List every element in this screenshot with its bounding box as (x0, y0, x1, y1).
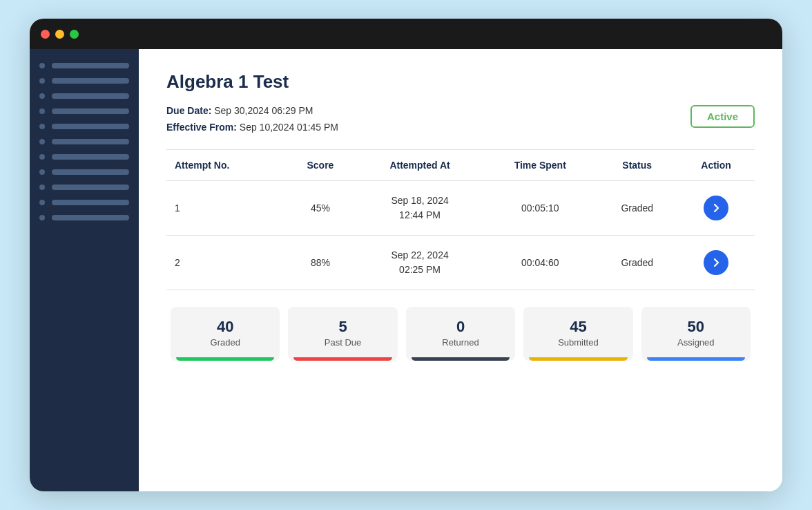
cell-status: Graded (597, 236, 677, 290)
stat-label: Graded (176, 337, 274, 348)
cell-attempted-at: Sep 22, 202402:25 PM (356, 236, 483, 290)
cell-attempt-no: 2 (166, 236, 284, 290)
stat-card-returned: 0 Returned (406, 307, 515, 361)
sidebar-dot (39, 154, 45, 160)
stat-number: 0 (412, 318, 510, 336)
sidebar-item[interactable] (39, 124, 129, 129)
cell-action (677, 181, 755, 236)
sidebar-item[interactable] (39, 215, 129, 220)
stat-bar (529, 357, 627, 361)
sidebar-line (52, 139, 129, 144)
effective-from-row: Effective From: Sep 10,2024 01:45 PM (166, 122, 338, 133)
cell-score: 88% (284, 236, 356, 290)
col-status: Status (597, 150, 677, 181)
stat-card-submitted: 45 Submitted (523, 307, 632, 361)
stat-bar (176, 357, 274, 361)
sidebar-item[interactable] (39, 78, 129, 84)
sidebar-line (52, 185, 129, 190)
sidebar-item[interactable] (39, 93, 129, 99)
stat-number: 45 (529, 318, 627, 336)
sidebar-dot (39, 215, 45, 220)
content-area: Algebra 1 Test Due Date: Sep 30,2024 06:… (139, 49, 782, 491)
sidebar-item[interactable] (39, 154, 129, 160)
sidebar-line (52, 200, 129, 205)
sidebar-line (52, 63, 129, 68)
sidebar-line (52, 169, 129, 175)
stat-label: Submitted (529, 337, 627, 348)
sidebar-dot (39, 108, 45, 114)
sidebar-dot (39, 139, 45, 144)
sidebar-item[interactable] (39, 200, 129, 205)
sidebar-line (52, 78, 129, 84)
minimize-dot[interactable] (55, 30, 64, 39)
stat-number: 40 (176, 318, 274, 336)
sidebar-item[interactable] (39, 63, 129, 68)
col-attempt-no: Attempt No. (166, 150, 284, 181)
meta-section: Due Date: Sep 30,2024 06:29 PM Effective… (166, 105, 755, 133)
stat-card-assigned: 50 Assigned (641, 307, 751, 361)
sidebar-line (52, 154, 129, 160)
stat-bar (412, 357, 510, 361)
action-button-2[interactable] (704, 250, 728, 275)
close-dot[interactable] (41, 30, 50, 39)
stat-bar (293, 357, 392, 361)
col-action: Action (677, 150, 755, 181)
due-date-row: Due Date: Sep 30,2024 06:29 PM (166, 105, 338, 116)
attempts-table: Attempt No. Score Attempted At Time Spen… (166, 150, 755, 290)
stat-card-past-due: 5 Past Due (288, 307, 397, 361)
cell-action (677, 236, 755, 290)
main-layout: Algebra 1 Test Due Date: Sep 30,2024 06:… (30, 49, 782, 491)
stat-label: Past Due (293, 337, 392, 348)
col-attempted-at: Attempted At (356, 150, 483, 181)
cell-time-spent: 00:05:10 (483, 181, 597, 236)
sidebar-dot (39, 169, 45, 175)
cell-score: 45% (284, 181, 356, 236)
sidebar-line (52, 124, 129, 129)
stat-label: Returned (412, 337, 510, 348)
action-button-1[interactable] (704, 196, 728, 220)
sidebar-item[interactable] (39, 185, 129, 190)
sidebar-line (52, 93, 129, 99)
cell-attempt-no: 1 (166, 181, 284, 236)
sidebar (30, 49, 139, 491)
col-time-spent: Time Spent (483, 150, 597, 181)
cell-status: Graded (597, 181, 677, 236)
sidebar-item[interactable] (39, 139, 129, 144)
sidebar-dot (39, 78, 45, 84)
due-date-value: Sep 30,2024 06:29 PM (214, 105, 313, 116)
stat-label: Assigned (647, 337, 745, 348)
status-badge: Active (690, 105, 755, 128)
stat-bar (647, 357, 745, 361)
sidebar-item[interactable] (39, 169, 129, 175)
title-bar (30, 19, 782, 49)
due-date-label: Due Date: (166, 105, 211, 116)
browser-window: Algebra 1 Test Due Date: Sep 30,2024 06:… (30, 19, 782, 491)
stats-row: 40 Graded 5 Past Due 0 Returned 45 Submi… (166, 307, 755, 361)
sidebar-item[interactable] (39, 108, 129, 114)
sidebar-dot (39, 124, 45, 129)
sidebar-dot (39, 200, 45, 205)
cell-time-spent: 00:04:60 (483, 236, 597, 290)
sidebar-dot (39, 63, 45, 68)
effective-from-label: Effective From: (166, 122, 237, 133)
stat-card-graded: 40 Graded (171, 307, 280, 361)
table-row: 2 88% Sep 22, 202402:25 PM 00:04:60 Grad… (166, 236, 755, 290)
page-title: Algebra 1 Test (166, 71, 755, 93)
meta-info: Due Date: Sep 30,2024 06:29 PM Effective… (166, 105, 338, 133)
sidebar-dot (39, 93, 45, 99)
effective-from-value: Sep 10,2024 01:45 PM (240, 122, 338, 133)
col-score: Score (284, 150, 356, 181)
sidebar-line (52, 108, 129, 114)
sidebar-dot (39, 185, 45, 190)
sidebar-line (52, 215, 129, 220)
stat-number: 5 (293, 318, 392, 336)
maximize-dot[interactable] (70, 30, 79, 39)
cell-attempted-at: Sep 18, 202412:44 PM (356, 181, 483, 236)
table-row: 1 45% Sep 18, 202412:44 PM 00:05:10 Grad… (166, 181, 755, 236)
stat-number: 50 (647, 318, 745, 336)
table-header-row: Attempt No. Score Attempted At Time Spen… (166, 150, 755, 181)
